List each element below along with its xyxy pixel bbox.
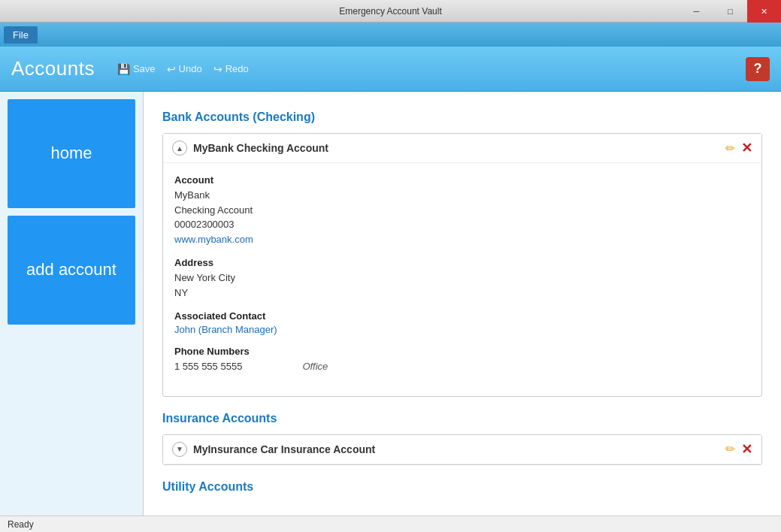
toolbar: Accounts 💾 Save ↩ Undo ↪ Redo ? — [0, 47, 781, 92]
redo-button[interactable]: ↪ Redo — [213, 63, 249, 75]
save-icon: 💾 — [117, 63, 130, 75]
account-card-header-myinsurance: ▼ MyInsurance Car Insurance Account ✏ ✕ — [163, 435, 761, 464]
sidebar-item-add-account[interactable]: add account — [8, 216, 135, 325]
window-controls: ─ □ ✕ — [680, 0, 781, 23]
undo-label: Undo — [179, 63, 202, 74]
minimize-button[interactable]: ─ — [680, 0, 713, 23]
phone-label: Phone Numbers — [174, 346, 750, 357]
phone-row-0: 1 555 555 5555 Office — [174, 359, 750, 374]
account-card-mybank-checking: ▲ MyBank Checking Account ✏ ✕ Account My… — [162, 133, 762, 397]
save-button[interactable]: 💾 Save — [117, 63, 156, 75]
address-state: NY — [174, 286, 750, 301]
section-header-insurance: Insurance Accounts — [162, 412, 762, 425]
detail-address: Address New York City NY — [174, 257, 750, 300]
title-bar: Emergency Account Vault ─ □ ✕ — [0, 0, 781, 23]
expand-icon: ▼ — [176, 445, 183, 453]
account-bank-name: MyBank — [174, 188, 750, 203]
card-actions-myinsurance: ✏ ✕ — [725, 441, 752, 458]
save-label: Save — [133, 63, 156, 74]
file-menu-button[interactable]: File — [4, 26, 38, 44]
contact-link[interactable]: John (Branch Manager) — [174, 324, 277, 335]
account-name-mybank: MyBank Checking Account — [193, 142, 725, 154]
main-container: home add account Bank Accounts (Checking… — [0, 92, 781, 515]
sidebar-item-home[interactable]: home — [8, 99, 135, 208]
page-title: Accounts — [11, 57, 95, 80]
detail-phones: Phone Numbers 1 555 555 5555 Office — [174, 346, 750, 374]
section-header-bank-checking: Bank Accounts (Checking) — [162, 110, 762, 124]
phone-type-0: Office — [302, 361, 328, 372]
undo-icon: ↩ — [167, 63, 176, 75]
delete-icon-myinsurance[interactable]: ✕ — [741, 441, 752, 458]
close-button[interactable]: ✕ — [747, 0, 781, 23]
account-field-label: Account — [174, 174, 750, 186]
sidebar: home add account — [0, 92, 143, 515]
edit-icon-mybank[interactable]: ✏ — [725, 141, 735, 156]
address-city: New York City — [174, 271, 750, 286]
address-label: Address — [174, 257, 750, 268]
redo-label: Redo — [226, 63, 249, 74]
menu-bar: File — [0, 23, 781, 47]
status-text: Ready — [8, 519, 34, 530]
help-button[interactable]: ? — [746, 57, 770, 81]
section-header-utility: Utility Accounts — [162, 480, 762, 494]
account-url[interactable]: www.mybank.com — [174, 234, 253, 245]
sidebar-add-account-label: add account — [26, 260, 117, 280]
collapse-icon: ▲ — [176, 144, 183, 153]
collapse-button-mybank[interactable]: ▲ — [172, 141, 187, 156]
status-bar: Ready — [0, 515, 781, 532]
address-value: New York City NY — [174, 271, 750, 300]
detail-contact: Associated Contact John (Branch Manager) — [174, 310, 750, 335]
toolbar-actions: 💾 Save ↩ Undo ↪ Redo — [117, 63, 249, 75]
account-field-value: MyBank Checking Account 00002300003 www.… — [174, 188, 750, 246]
content-area: Bank Accounts (Checking) ▲ MyBank Checki… — [143, 92, 781, 515]
detail-account: Account MyBank Checking Account 00002300… — [174, 174, 750, 246]
sidebar-home-label: home — [50, 144, 92, 163]
account-number: 00002300003 — [174, 217, 750, 232]
redo-icon: ↪ — [213, 63, 222, 75]
account-type: Checking Account — [174, 203, 750, 218]
account-card-myinsurance: ▼ MyInsurance Car Insurance Account ✏ ✕ — [162, 434, 762, 465]
delete-icon-mybank[interactable]: ✕ — [741, 140, 752, 156]
maximize-button[interactable]: □ — [713, 0, 747, 23]
card-actions-mybank: ✏ ✕ — [725, 140, 752, 156]
account-details-mybank: Account MyBank Checking Account 00002300… — [163, 163, 761, 396]
app-title: Emergency Account Vault — [339, 6, 442, 17]
contact-label: Associated Contact — [174, 310, 750, 322]
expand-button-myinsurance[interactable]: ▼ — [172, 442, 187, 457]
account-name-myinsurance: MyInsurance Car Insurance Account — [193, 443, 725, 455]
undo-button[interactable]: ↩ Undo — [167, 63, 202, 75]
phone-number-0: 1 555 555 5555 — [174, 359, 242, 374]
edit-icon-myinsurance[interactable]: ✏ — [725, 442, 735, 456]
account-card-header-mybank: ▲ MyBank Checking Account ✏ ✕ — [163, 134, 761, 163]
